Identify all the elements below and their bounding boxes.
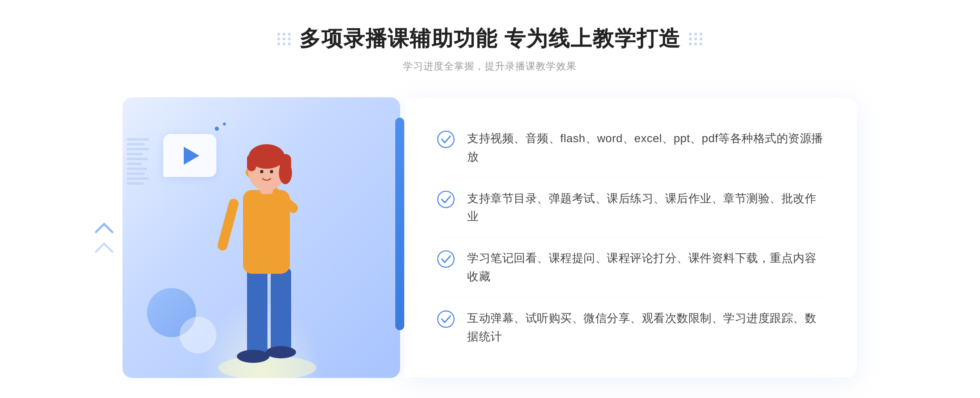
svg-point-19 [438, 311, 454, 327]
svg-point-3 [237, 350, 270, 363]
svg-point-15 [270, 170, 273, 173]
left-arrows-decoration [94, 220, 114, 256]
illustration-panel [122, 97, 400, 378]
svg-point-4 [266, 346, 296, 358]
page-title: 多项录播课辅助功能 专为线上教学打造 [299, 25, 681, 53]
svg-point-13 [279, 161, 292, 184]
svg-point-16 [438, 131, 454, 148]
svg-rect-12 [247, 154, 256, 171]
check-icon-2 [437, 190, 455, 208]
feature-item-3: 学习笔记回看、课程提问、课程评论打分、课件资料下载，重点内容收藏 [437, 238, 824, 298]
person-illustration [206, 141, 329, 378]
check-icon-1 [437, 130, 455, 148]
left-dot-decoration [277, 33, 291, 45]
features-panel: 支持视频、音频、flash、word、excel、ppt、pdf等各种格式的资源… [404, 97, 858, 378]
feature-item-1: 支持视频、音频、flash、word、excel、ppt、pdf等各种格式的资源… [437, 118, 824, 178]
right-dot-decoration [689, 33, 703, 45]
feature-text-1: 支持视频、音频、flash、word、excel、ppt、pdf等各种格式的资源… [467, 130, 824, 166]
feature-text-2: 支持章节目录、弹题考试、课后练习、课后作业、章节测验、批改作业 [467, 190, 824, 226]
feature-text-3: 学习笔记回看、课程提问、课程评论打分、课件资料下载，重点内容收藏 [467, 249, 824, 286]
header-section: 多项录播课辅助功能 专为线上教学打造 学习进度全掌握，提升录播课教学效果 [277, 25, 703, 73]
page-wrapper: 多项录播课辅助功能 专为线上教学打造 学习进度全掌握，提升录播课教学效果 [0, 0, 980, 398]
sparkle-2 [223, 123, 226, 125]
check-icon-4 [437, 310, 455, 328]
content-area: 支持视频、音频、flash、word、excel、ppt、pdf等各种格式的资源… [122, 97, 858, 378]
svg-point-18 [438, 251, 454, 267]
svg-point-14 [260, 170, 263, 173]
feature-text-4: 互动弹幕、试听购买、微信分享、观看次数限制、学习进度跟踪、数据统计 [467, 309, 824, 346]
check-icon-3 [437, 250, 455, 268]
feature-item-2: 支持章节目录、弹题考试、课后练习、课后作业、章节测验、批改作业 [437, 178, 824, 238]
stripe-decoration [127, 138, 151, 187]
svg-point-17 [438, 191, 454, 208]
feature-item-4: 互动弹幕、试听购买、微信分享、观看次数限制、学习进度跟踪、数据统计 [437, 298, 824, 358]
page-subtitle: 学习进度全掌握，提升录播课教学效果 [403, 60, 577, 73]
play-icon [184, 147, 199, 165]
sparkle-1 [215, 127, 219, 131]
svg-rect-7 [216, 198, 240, 252]
svg-rect-2 [271, 268, 291, 351]
title-row: 多项录播课辅助功能 专为线上教学打造 [277, 25, 703, 53]
blue-accent-bar [395, 118, 404, 330]
svg-rect-1 [247, 268, 267, 356]
